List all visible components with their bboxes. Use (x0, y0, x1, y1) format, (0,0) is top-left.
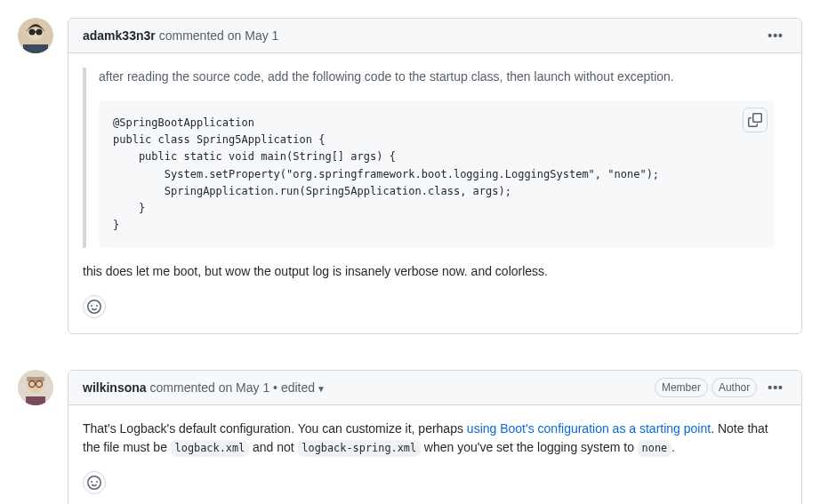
reactions-bar (83, 295, 787, 319)
smiley-icon (87, 300, 101, 314)
avatar[interactable] (18, 18, 53, 53)
inline-code: logback-spring.xml (298, 440, 421, 457)
comment-meta: commented on May 1 • edited▼ (150, 380, 326, 395)
quote-text: after reading the source code, add the f… (99, 68, 775, 86)
timestamp-link[interactable]: on May 1 (228, 28, 279, 43)
comment-actions-menu[interactable]: ••• (764, 24, 787, 47)
svg-rect-4 (35, 31, 36, 32)
svg-point-3 (36, 29, 43, 36)
svg-rect-5 (23, 44, 48, 53)
comment-box: wilkinsona commented on May 1 • edited▼ … (68, 370, 802, 504)
edited-label[interactable]: edited (281, 380, 315, 395)
username-link[interactable]: adamk33n3r (83, 28, 156, 43)
reactions-bar (83, 471, 787, 495)
inline-code: logback.xml (171, 440, 249, 457)
comment-header: adamk33n3r commented on May 1 ••• (68, 19, 801, 53)
chevron-down-icon[interactable]: ▼ (317, 384, 326, 394)
comment-item: adamk33n3r commented on May 1 ••• after … (18, 18, 802, 334)
body-text: That's Logback's default configuration. … (83, 420, 787, 457)
code-block: @SpringBootApplication public class Spri… (99, 100, 775, 248)
svg-rect-12 (26, 396, 45, 405)
copy-button[interactable] (743, 108, 768, 132)
code-content: @SpringBootApplication public class Spri… (99, 100, 775, 248)
body-text: this does let me boot, but wow the outpu… (83, 262, 787, 281)
timestamp-link[interactable]: on May 1 (219, 380, 270, 395)
inline-code: none (638, 440, 671, 457)
comment-header: wilkinsona commented on May 1 • edited▼ … (68, 371, 801, 405)
add-reaction-button[interactable] (83, 471, 106, 494)
add-reaction-button[interactable] (83, 295, 106, 318)
comment-body: That's Logback's default configuration. … (68, 405, 801, 504)
svg-rect-8 (27, 377, 44, 381)
comment-box: adamk33n3r commented on May 1 ••• after … (68, 18, 802, 334)
quote-block: after reading the source code, add the f… (83, 68, 787, 248)
config-link[interactable]: using Boot's configuration as a starting… (467, 421, 711, 436)
username-link[interactable]: wilkinsona (83, 380, 147, 395)
comment-body: after reading the source code, add the f… (68, 53, 801, 333)
svg-point-2 (29, 29, 36, 36)
author-badge: Author (711, 378, 757, 397)
avatar[interactable] (18, 370, 53, 405)
comment-meta: commented on May 1 (159, 28, 279, 43)
smiley-icon (87, 476, 101, 490)
copy-icon (748, 113, 762, 127)
member-badge: Member (655, 378, 708, 397)
comment-actions-menu[interactable]: ••• (764, 376, 787, 399)
comment-item: wilkinsona commented on May 1 • edited▼ … (18, 370, 802, 504)
